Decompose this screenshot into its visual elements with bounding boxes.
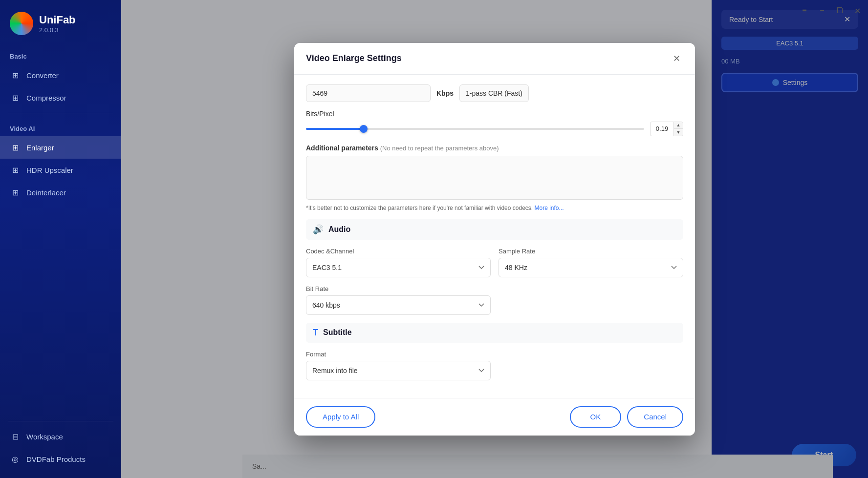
additional-params-sub: (No need to repeat the parameters above) xyxy=(380,145,499,152)
modal-body[interactable]: Kbps 1-pass CBR (Fast) Bits/Pixel 0.19 xyxy=(294,75,695,398)
subtitle-format-select[interactable]: Remux into file Burn into video Disabled xyxy=(306,361,491,380)
codec-channel-group: Codec &Channel EAC3 5.1 AAC 2.0 AC3 5.1 … xyxy=(306,248,491,277)
hdr-upscaler-icon: ⊞ xyxy=(10,165,21,175)
bits-pixel-label: Bits/Pixel xyxy=(306,110,683,118)
minimize-button[interactable]: − xyxy=(815,4,829,18)
sample-rate-group: Sample Rate 48 KHz 44.1 KHz 96 KHz xyxy=(499,248,683,277)
enlarger-icon: ⊞ xyxy=(10,142,21,153)
enlarger-label: Enlarger xyxy=(26,144,54,152)
converter-label: Converter xyxy=(26,71,59,80)
app-version: 2.0.0.3 xyxy=(39,26,76,34)
bit-rate-group: Bit Rate 640 kbps 320 kbps 192 kbps 128 … xyxy=(306,285,491,315)
sample-rate-label: Sample Rate xyxy=(499,248,683,255)
dvdfab-icon: ◎ xyxy=(10,454,21,464)
app-name: UniFab xyxy=(39,14,76,26)
apply-all-button[interactable]: Apply to All xyxy=(306,406,375,428)
modal-title: Video Enlarge Settings xyxy=(306,53,402,63)
encoding-select[interactable]: 1-pass CBR (Fast) xyxy=(459,84,529,102)
deinterlacer-label: Deinterlacer xyxy=(26,188,66,197)
sidebar-item-converter[interactable]: ⊞ Converter xyxy=(0,64,121,86)
slider-track[interactable] xyxy=(306,128,644,130)
slider-stepper: ▲ ▼ xyxy=(673,122,683,136)
sidebar-divider-2 xyxy=(8,421,113,421)
section-label-basic: Basic xyxy=(0,45,121,64)
slider-value-box: 0.19 ▲ ▼ xyxy=(650,122,683,136)
logo-icon xyxy=(10,12,33,35)
params-note: *It's better not to customize the parame… xyxy=(306,205,683,211)
sidebar-divider xyxy=(8,113,113,113)
slider-value: 0.19 xyxy=(651,123,673,134)
additional-params-section: Additional parameters (No need to repeat… xyxy=(306,144,683,211)
bit-rate-select[interactable]: 640 kbps 320 kbps 192 kbps 128 kbps xyxy=(306,295,491,315)
close-app-button[interactable]: ✕ xyxy=(850,4,864,18)
workspace-icon: ⊟ xyxy=(10,431,21,442)
logo-text: UniFab 2.0.0.3 xyxy=(39,14,76,34)
slider-row: 0.19 ▲ ▼ xyxy=(306,122,683,136)
sidebar-item-dvdfab[interactable]: ◎ DVDFab Products xyxy=(0,448,121,470)
sidebar-item-enlarger[interactable]: ⊞ Enlarger xyxy=(0,136,121,159)
sample-rate-select[interactable]: 48 KHz 44.1 KHz 96 KHz xyxy=(499,258,683,277)
additional-params-label: Additional parameters (No need to repeat… xyxy=(306,144,683,152)
compressor-icon: ⊞ xyxy=(10,92,21,103)
workspace-label: Workspace xyxy=(26,433,63,441)
audio-icon: 🔊 xyxy=(313,224,324,235)
additional-params-textarea[interactable] xyxy=(306,156,683,200)
more-info-link[interactable]: More info... xyxy=(534,205,564,211)
subtitle-section-title: Subtitle xyxy=(323,328,352,337)
subtitle-icon: T xyxy=(313,328,318,338)
cancel-button[interactable]: Cancel xyxy=(627,406,683,428)
modal-close-button[interactable]: ✕ xyxy=(670,52,683,65)
compressor-label: Compressor xyxy=(26,94,66,102)
sidebar-item-deinterlacer[interactable]: ⊞ Deinterlacer xyxy=(0,181,121,204)
app-logo: UniFab 2.0.0.3 xyxy=(0,0,121,45)
menu-button[interactable]: ≡ xyxy=(798,4,811,18)
sidebar: UniFab 2.0.0.3 Basic ⊞ Converter ⊞ Compr… xyxy=(0,0,121,478)
modal-video-enlarge-settings: Video Enlarge Settings ✕ Kbps 1-pass CBR… xyxy=(294,43,695,436)
modal-footer: Apply to All OK Cancel xyxy=(294,398,695,436)
codec-channel-select[interactable]: EAC3 5.1 AAC 2.0 AC3 5.1 DTS 5.1 xyxy=(306,258,491,277)
footer-right-buttons: OK Cancel xyxy=(570,406,683,428)
audio-field-row-2: Bit Rate 640 kbps 320 kbps 192 kbps 128 … xyxy=(306,285,683,315)
sidebar-bottom: ⊟ Workspace ◎ DVDFab Products xyxy=(0,417,121,478)
audio-section-title: Audio xyxy=(328,225,350,234)
subtitle-format-group: Format Remux into file Burn into video D… xyxy=(306,351,491,380)
stepper-up-button[interactable]: ▲ xyxy=(674,122,683,129)
hdr-upscaler-label: HDR Upscaler xyxy=(26,166,73,174)
bitrate-row: Kbps 1-pass CBR (Fast) xyxy=(306,84,683,102)
deinterlacer-icon: ⊞ xyxy=(10,187,21,198)
bitrate-input[interactable] xyxy=(306,84,431,102)
converter-icon: ⊞ xyxy=(10,70,21,81)
encoding-select-wrapper: 1-pass CBR (Fast) xyxy=(459,84,683,102)
main-area: Ready to Start ✕ EAC3 5.1 00 MB Settings… xyxy=(121,0,868,478)
sidebar-item-hdr-upscaler[interactable]: ⊞ HDR Upscaler xyxy=(0,159,121,181)
stepper-down-button[interactable]: ▼ xyxy=(674,129,683,136)
audio-field-row-1: Codec &Channel EAC3 5.1 AAC 2.0 AC3 5.1 … xyxy=(306,248,683,277)
subtitle-field-row: Format Remux into file Burn into video D… xyxy=(306,351,683,380)
slider-fill xyxy=(306,128,364,130)
codec-channel-label: Codec &Channel xyxy=(306,248,491,255)
slider-thumb[interactable] xyxy=(360,125,368,133)
subtitle-section-header: T Subtitle xyxy=(306,323,683,343)
sidebar-item-workspace[interactable]: ⊟ Workspace xyxy=(0,425,121,448)
window-controls: ≡ − ⧠ ✕ xyxy=(798,4,864,18)
sidebar-item-compressor[interactable]: ⊞ Compressor xyxy=(0,86,121,109)
audio-section-header: 🔊 Audio xyxy=(306,219,683,240)
bit-rate-label: Bit Rate xyxy=(306,285,491,292)
bits-pixel-section: Bits/Pixel 0.19 ▲ ▼ xyxy=(306,110,683,136)
dvdfab-label: DVDFab Products xyxy=(26,455,86,463)
section-label-videoai: Video AI xyxy=(0,117,121,136)
ok-button[interactable]: OK xyxy=(570,406,622,428)
modal-header: Video Enlarge Settings ✕ xyxy=(294,43,695,75)
bitrate-unit: Kbps xyxy=(436,89,454,97)
restore-button[interactable]: ⧠ xyxy=(833,4,846,18)
subtitle-format-label: Format xyxy=(306,351,491,358)
